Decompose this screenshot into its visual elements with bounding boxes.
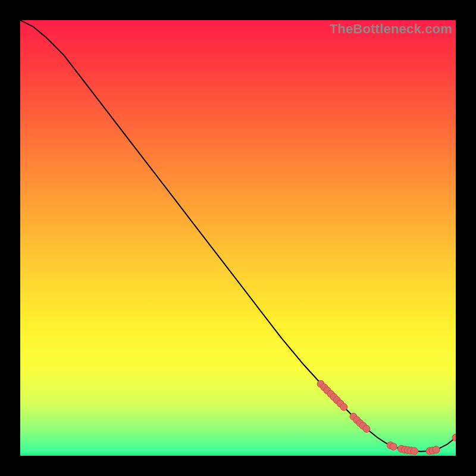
chart-stage: TheBottleneck.com: [0, 0, 476, 476]
watermark-text: TheBottleneck.com: [330, 21, 452, 37]
plot-area: [20, 20, 456, 456]
